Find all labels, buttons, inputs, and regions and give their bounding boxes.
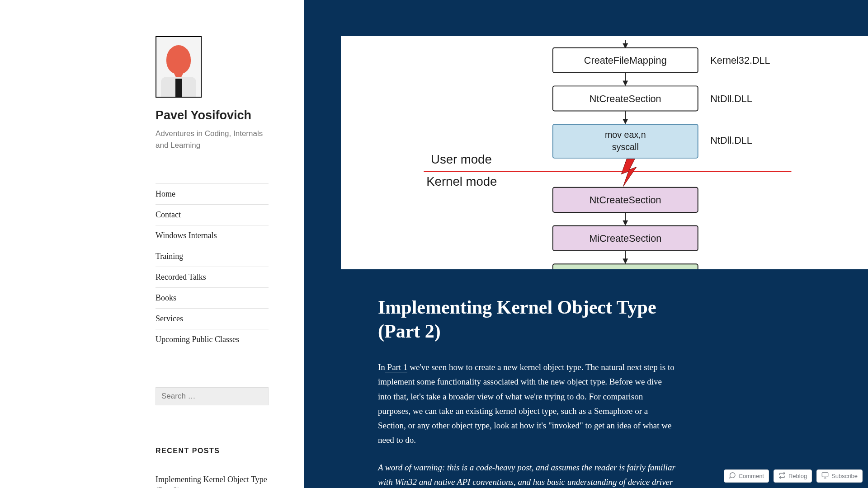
diagram-label-user-mode: User mode xyxy=(431,152,492,166)
subscribe-icon xyxy=(821,472,829,480)
comment-label: Comment xyxy=(739,473,764,479)
svg-marker-16 xyxy=(623,258,628,264)
diagram-box-syscall-line1: mov eax,n xyxy=(605,130,646,140)
diagram-box-createfilemapping: CreateFileMapping xyxy=(584,55,667,66)
primary-nav: Home Contact Windows Internals Training … xyxy=(156,183,269,350)
subscribe-label: Subscribe xyxy=(831,473,858,479)
svg-marker-10 xyxy=(621,159,636,187)
nav-item-training[interactable]: Training xyxy=(156,246,269,267)
article-title: Implementing Kernel Object Type (Part 2) xyxy=(378,296,676,343)
nav-item-recorded-talks[interactable]: Recorded Talks xyxy=(156,267,269,288)
diagram-label-kernel32: Kernel32.DLL xyxy=(710,55,770,66)
diagram-box-syscall-line2: syscall xyxy=(612,142,639,152)
diagram-box-ntcreatesection-kernel: NtCreateSection xyxy=(590,194,661,206)
article-warning: A word of warning: this is a code-heavy … xyxy=(378,460,676,488)
site-title[interactable]: Pavel Yosifovich xyxy=(156,108,269,122)
recent-posts-heading: RECENT POSTS xyxy=(156,447,269,455)
subscribe-button[interactable]: Subscribe xyxy=(816,469,863,483)
part1-link[interactable]: Part 1 xyxy=(385,362,408,372)
nav-item-windows-internals[interactable]: Windows Internals xyxy=(156,225,269,246)
svg-marker-4 xyxy=(623,81,628,86)
reblog-icon xyxy=(778,472,786,480)
svg-marker-7 xyxy=(623,119,628,124)
footer-actions: Comment Reblog Subscribe xyxy=(724,469,863,483)
nav-item-services[interactable]: Services xyxy=(156,309,269,329)
nav-item-books[interactable]: Books xyxy=(156,288,269,309)
nav-item-contact[interactable]: Contact xyxy=(156,205,269,225)
diagram-box-micreatesection: MiCreateSection xyxy=(589,233,661,244)
comment-button[interactable]: Comment xyxy=(724,469,769,483)
diagram-box-ntcreatesection-user: NtCreateSection xyxy=(590,93,661,104)
sidebar: Pavel Yosifovich Adventures in Coding, I… xyxy=(0,0,304,488)
article: Implementing Kernel Object Type (Part 2)… xyxy=(378,296,676,488)
avatar[interactable] xyxy=(156,36,202,98)
svg-rect-17 xyxy=(553,264,698,269)
search-input[interactable] xyxy=(156,387,269,405)
nav-item-home[interactable]: Home xyxy=(156,184,269,205)
reblog-button[interactable]: Reblog xyxy=(774,469,812,483)
svg-marker-13 xyxy=(623,221,628,226)
comment-icon xyxy=(729,472,736,480)
svg-rect-18 xyxy=(822,473,828,477)
featured-diagram: CreateFileMapping Kernel32.DLL NtCreateS… xyxy=(341,36,868,269)
site-tagline: Adventures in Coding, Internals and Lear… xyxy=(156,128,269,151)
main-content: CreateFileMapping Kernel32.DLL NtCreateS… xyxy=(304,0,868,488)
diagram-label-ntdll1: NtDll.DLL xyxy=(710,93,752,104)
diagram-label-kernel-mode: Kernel mode xyxy=(426,174,497,188)
nav-item-upcoming-classes[interactable]: Upcoming Public Classes xyxy=(156,329,269,350)
article-intro: In Part 1 we've seen how to create a new… xyxy=(378,360,676,448)
reblog-label: Reblog xyxy=(788,473,807,479)
recent-post-link[interactable]: Implementing Kernel Object Type (Part 2) xyxy=(156,469,269,488)
diagram-label-ntdll2: NtDll.DLL xyxy=(710,135,752,146)
